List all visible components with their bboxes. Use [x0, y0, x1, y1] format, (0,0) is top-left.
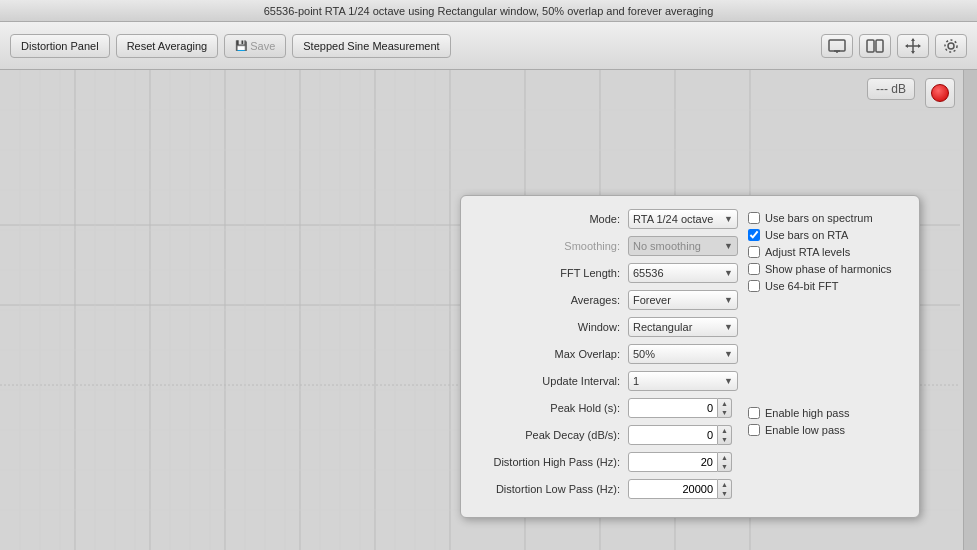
peak-decay-up-icon[interactable]: ▲	[718, 426, 731, 435]
fft-length-select[interactable]: 65536 ▼	[628, 263, 738, 283]
window-control: Rectangular ▼	[628, 317, 738, 337]
monitor-icon-button[interactable]	[821, 34, 853, 58]
max-overlap-row: Max Overlap: 50% ▼	[473, 343, 738, 365]
svg-rect-3	[867, 40, 874, 52]
settings-right-column: Use bars on spectrum Use bars on RTA Adj…	[738, 208, 907, 505]
peak-decay-row: Peak Decay (dB/s): 0 ▲ ▼	[473, 424, 738, 446]
peak-hold-spinner[interactable]: ▲ ▼	[718, 398, 732, 418]
window-row: Window: Rectangular ▼	[473, 316, 738, 338]
mode-select[interactable]: RTA 1/24 octave ▼	[628, 209, 738, 229]
db-indicator: --- dB	[867, 78, 915, 100]
smoothing-label: Smoothing:	[473, 240, 628, 252]
dist-high-pass-up-icon[interactable]: ▲	[718, 453, 731, 462]
fft-length-label: FFT Length:	[473, 267, 628, 279]
dist-low-pass-up-icon[interactable]: ▲	[718, 480, 731, 489]
enable-high-pass-label: Enable high pass	[765, 407, 849, 419]
svg-rect-4	[876, 40, 883, 52]
peak-hold-row: Peak Hold (s): 0 ▲ ▼	[473, 397, 738, 419]
averages-control: Forever ▼	[628, 290, 738, 310]
svg-marker-7	[911, 38, 915, 41]
use-bars-rta-label: Use bars on RTA	[765, 229, 848, 241]
peak-hold-input[interactable]: 0	[628, 398, 718, 418]
dist-low-pass-control: 20000 ▲ ▼	[628, 479, 738, 499]
show-phase-harmonics-checkbox[interactable]	[748, 263, 760, 275]
mode-label: Mode:	[473, 213, 628, 225]
fft-length-control: 65536 ▼	[628, 263, 738, 283]
dist-high-pass-row: Distortion High Pass (Hz): 20 ▲ ▼	[473, 451, 738, 473]
peak-hold-down-icon[interactable]: ▼	[718, 408, 731, 417]
svg-point-12	[945, 40, 957, 52]
use-bars-rta-checkbox[interactable]	[748, 229, 760, 241]
settings-left-column: Mode: RTA 1/24 octave ▼ Smoothing:	[473, 208, 738, 505]
max-overlap-select[interactable]: 50% ▼	[628, 344, 738, 364]
averages-select[interactable]: Forever ▼	[628, 290, 738, 310]
update-interval-label: Update Interval:	[473, 375, 628, 387]
svg-marker-10	[918, 44, 921, 48]
dist-low-pass-spinner[interactable]: ▲ ▼	[718, 479, 732, 499]
adjust-rta-levels-label: Adjust RTA levels	[765, 246, 850, 258]
toolbar: Distortion Panel Reset Averaging 💾 Save …	[0, 22, 977, 70]
svg-point-11	[948, 43, 954, 49]
enable-low-pass-row: Enable low pass	[748, 424, 907, 436]
peak-hold-control: 0 ▲ ▼	[628, 398, 738, 418]
adjust-rta-levels-row: Adjust RTA levels	[748, 246, 907, 258]
gear-icon-button[interactable]	[935, 34, 967, 58]
peak-decay-down-icon[interactable]: ▼	[718, 435, 731, 444]
mode-arrow-icon: ▼	[724, 214, 733, 224]
window-arrow-icon: ▼	[724, 322, 733, 332]
dist-high-pass-control: 20 ▲ ▼	[628, 452, 738, 472]
use-64bit-fft-checkbox[interactable]	[748, 280, 760, 292]
distortion-panel-button[interactable]: Distortion Panel	[10, 34, 110, 58]
dist-low-pass-input[interactable]: 20000	[628, 479, 718, 499]
layout-icon-button[interactable]	[859, 34, 891, 58]
update-interval-control: 1 ▼	[628, 371, 738, 391]
use-bars-spectrum-row: Use bars on spectrum	[748, 212, 907, 224]
enable-low-pass-checkbox[interactable]	[748, 424, 760, 436]
dist-low-pass-down-icon[interactable]: ▼	[718, 489, 731, 498]
peak-decay-control: 0 ▲ ▼	[628, 425, 738, 445]
enable-high-pass-row: Enable high pass	[748, 407, 907, 419]
save-button[interactable]: 💾 Save	[224, 34, 286, 58]
record-button[interactable]	[925, 78, 955, 108]
use-bars-spectrum-label: Use bars on spectrum	[765, 212, 873, 224]
mode-control: RTA 1/24 octave ▼	[628, 209, 738, 229]
peak-hold-label: Peak Hold (s):	[473, 402, 628, 414]
dist-high-pass-spinner[interactable]: ▲ ▼	[718, 452, 732, 472]
max-overlap-control: 50% ▼	[628, 344, 738, 364]
max-overlap-label: Max Overlap:	[473, 348, 628, 360]
peak-decay-input[interactable]: 0	[628, 425, 718, 445]
fft-arrow-icon: ▼	[724, 268, 733, 278]
title-text: 65536-point RTA 1/24 octave using Rectan…	[264, 5, 714, 17]
adjust-rta-levels-checkbox[interactable]	[748, 246, 760, 258]
move-icon-button[interactable]	[897, 34, 929, 58]
window-label: Window:	[473, 321, 628, 333]
smoothing-control: No smoothing ▼	[628, 236, 738, 256]
mode-row: Mode: RTA 1/24 octave ▼	[473, 208, 738, 230]
peak-hold-up-icon[interactable]: ▲	[718, 399, 731, 408]
update-interval-select[interactable]: 1 ▼	[628, 371, 738, 391]
dist-low-pass-row: Distortion Low Pass (Hz): 20000 ▲ ▼	[473, 478, 738, 500]
use-bars-spectrum-checkbox[interactable]	[748, 212, 760, 224]
db-value: --- dB	[876, 82, 906, 96]
peak-decay-label: Peak Decay (dB/s):	[473, 429, 628, 441]
enable-low-pass-label: Enable low pass	[765, 424, 845, 436]
gear-icon	[943, 38, 959, 54]
peak-decay-spinner[interactable]: ▲ ▼	[718, 425, 732, 445]
reset-averaging-button[interactable]: Reset Averaging	[116, 34, 219, 58]
show-phase-harmonics-row: Show phase of harmonics	[748, 263, 907, 275]
stepped-sine-button[interactable]: Stepped Sine Measurement	[292, 34, 450, 58]
dist-high-pass-label: Distortion High Pass (Hz):	[473, 456, 628, 468]
averages-row: Averages: Forever ▼	[473, 289, 738, 311]
dist-high-pass-down-icon[interactable]: ▼	[718, 462, 731, 471]
smoothing-select[interactable]: No smoothing ▼	[628, 236, 738, 256]
save-icon: 💾	[235, 40, 247, 51]
enable-high-pass-checkbox[interactable]	[748, 407, 760, 419]
smoothing-row: Smoothing: No smoothing ▼	[473, 235, 738, 257]
move-icon	[905, 38, 921, 54]
main-area: --- dB Mode: RTA 1/24 octave ▼	[0, 70, 977, 550]
svg-marker-9	[905, 44, 908, 48]
fft-length-row: FFT Length: 65536 ▼	[473, 262, 738, 284]
use-64bit-fft-label: Use 64-bit FFT	[765, 280, 838, 292]
dist-high-pass-input[interactable]: 20	[628, 452, 718, 472]
window-select[interactable]: Rectangular ▼	[628, 317, 738, 337]
